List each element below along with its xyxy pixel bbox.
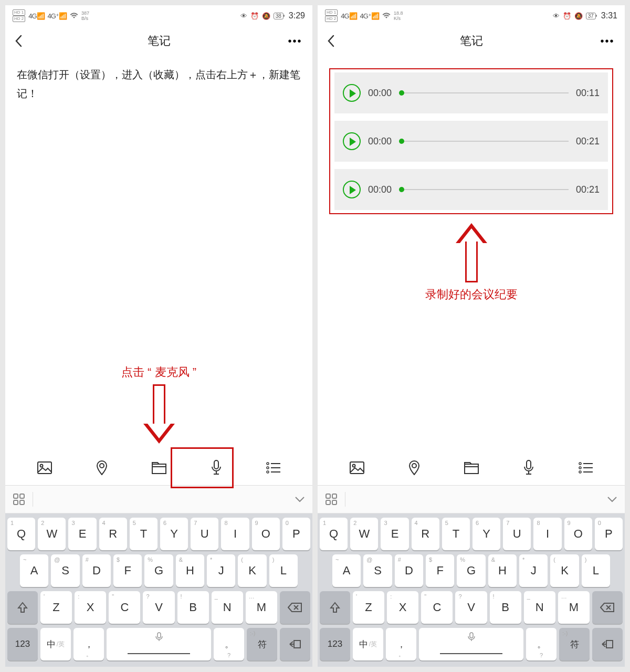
keyboard: 1Q2W3E4R5T6Y7U8I9O0P~A@S#D$F%G&H*J(K)L'Z… bbox=[318, 513, 625, 667]
play-icon[interactable] bbox=[343, 84, 361, 102]
key-I[interactable]: 8I bbox=[221, 518, 249, 550]
period-key[interactable]: 。? bbox=[526, 628, 556, 660]
svg-point-30 bbox=[579, 467, 581, 469]
key-I[interactable]: 8I bbox=[533, 518, 561, 550]
image-icon[interactable] bbox=[345, 456, 369, 479]
key-P[interactable]: 0P bbox=[595, 518, 623, 550]
collapse-keyboard-icon[interactable] bbox=[295, 496, 305, 502]
key-D[interactable]: #D bbox=[395, 554, 423, 587]
key-O[interactable]: 9O bbox=[564, 518, 592, 550]
list-icon[interactable] bbox=[574, 456, 597, 479]
enter-key[interactable] bbox=[280, 628, 310, 660]
key-N[interactable]: _N bbox=[524, 591, 555, 624]
audio-track[interactable] bbox=[399, 189, 569, 190]
key-K[interactable]: (K bbox=[238, 554, 266, 587]
folder-icon[interactable] bbox=[460, 456, 483, 479]
key-G[interactable]: %G bbox=[144, 554, 173, 587]
backspace-key[interactable] bbox=[280, 591, 310, 624]
key-Y[interactable]: 6Y bbox=[472, 518, 500, 550]
key-N[interactable]: _N bbox=[212, 591, 243, 624]
more-button[interactable]: ••• bbox=[287, 35, 303, 47]
audio-track[interactable] bbox=[399, 92, 569, 93]
key-W[interactable]: 2W bbox=[350, 518, 378, 550]
key-B[interactable]: !B bbox=[177, 591, 209, 624]
key-M[interactable]: …M bbox=[558, 591, 590, 624]
key-Z[interactable]: 'Z bbox=[353, 591, 384, 624]
back-button[interactable] bbox=[327, 35, 343, 47]
key-A[interactable]: ~A bbox=[332, 554, 361, 587]
microphone-icon[interactable] bbox=[517, 456, 540, 479]
list-icon[interactable] bbox=[262, 456, 285, 479]
play-icon[interactable] bbox=[343, 181, 361, 198]
more-button[interactable]: ••• bbox=[600, 35, 615, 47]
key-A[interactable]: ~A bbox=[20, 554, 48, 587]
key-Q[interactable]: 1Q bbox=[7, 518, 35, 550]
key-Y[interactable]: 6Y bbox=[160, 518, 188, 550]
numeric-key[interactable]: 123 bbox=[7, 628, 38, 660]
key-R[interactable]: 4R bbox=[99, 518, 127, 550]
play-icon[interactable] bbox=[343, 132, 361, 150]
symbol-key[interactable]: :-)符 bbox=[247, 628, 277, 660]
key-U[interactable]: 7U bbox=[191, 518, 218, 550]
key-H[interactable]: &H bbox=[488, 554, 517, 587]
key-L[interactable]: )L bbox=[582, 554, 610, 587]
enter-key[interactable] bbox=[592, 628, 623, 660]
backspace-key[interactable] bbox=[592, 591, 623, 624]
key-Q[interactable]: 1Q bbox=[320, 518, 348, 550]
comma-key[interactable]: ，。 bbox=[74, 628, 104, 660]
folder-icon[interactable] bbox=[148, 456, 171, 479]
back-button[interactable] bbox=[15, 35, 30, 47]
key-Z[interactable]: 'Z bbox=[40, 591, 72, 624]
symbol-key[interactable]: :-)符 bbox=[559, 628, 590, 660]
key-F[interactable]: $F bbox=[113, 554, 142, 587]
key-K[interactable]: (K bbox=[550, 554, 579, 587]
key-J[interactable]: *J bbox=[207, 554, 235, 587]
key-S[interactable]: @S bbox=[363, 554, 392, 587]
key-D[interactable]: #D bbox=[82, 554, 111, 587]
period-key[interactable]: 。? bbox=[214, 628, 244, 660]
key-V[interactable]: ?V bbox=[143, 591, 174, 624]
key-E[interactable]: 3E bbox=[68, 518, 96, 550]
shift-key[interactable] bbox=[320, 591, 350, 624]
key-E[interactable]: 3E bbox=[381, 518, 408, 550]
key-S[interactable]: @S bbox=[51, 554, 79, 587]
key-T[interactable]: 5T bbox=[442, 518, 470, 550]
key-R[interactable]: 4R bbox=[412, 518, 439, 550]
language-key[interactable]: 中/英 bbox=[353, 628, 383, 660]
numeric-key[interactable]: 123 bbox=[320, 628, 350, 660]
space-key[interactable] bbox=[107, 628, 211, 660]
key-C[interactable]: "C bbox=[109, 591, 140, 624]
apps-icon[interactable] bbox=[325, 493, 338, 506]
key-X[interactable]: :X bbox=[387, 591, 418, 624]
key-F[interactable]: $F bbox=[426, 554, 454, 587]
shift-key[interactable] bbox=[7, 591, 38, 624]
audio-clip[interactable]: 00:0000:11 bbox=[334, 72, 608, 113]
apps-icon[interactable] bbox=[13, 493, 25, 506]
key-J[interactable]: *J bbox=[519, 554, 548, 587]
comma-key[interactable]: ，。 bbox=[386, 628, 416, 660]
key-U[interactable]: 7U bbox=[503, 518, 531, 550]
key-V[interactable]: ?V bbox=[455, 591, 487, 624]
language-key[interactable]: 中/英 bbox=[40, 628, 71, 660]
key-L[interactable]: )L bbox=[269, 554, 298, 587]
note-toolbar bbox=[318, 450, 625, 485]
location-icon[interactable] bbox=[403, 456, 426, 479]
location-icon[interactable] bbox=[90, 456, 113, 479]
audio-clip[interactable]: 00:0000:21 bbox=[334, 169, 608, 210]
note-body[interactable]: 在微信打开（设置），进入（收藏），点击右上方＋，新建笔记！ bbox=[17, 65, 301, 103]
key-O[interactable]: 9O bbox=[252, 518, 280, 550]
key-C[interactable]: "C bbox=[421, 591, 453, 624]
key-T[interactable]: 5T bbox=[130, 518, 158, 550]
key-W[interactable]: 2W bbox=[38, 518, 66, 550]
key-P[interactable]: 0P bbox=[282, 518, 310, 550]
image-icon[interactable] bbox=[33, 456, 56, 479]
key-B[interactable]: !B bbox=[490, 591, 521, 624]
key-M[interactable]: …M bbox=[246, 591, 277, 624]
collapse-keyboard-icon[interactable] bbox=[607, 496, 617, 502]
space-key[interactable] bbox=[419, 628, 523, 660]
key-X[interactable]: :X bbox=[75, 591, 106, 624]
audio-track[interactable] bbox=[399, 141, 569, 142]
audio-clip[interactable]: 00:0000:21 bbox=[334, 121, 608, 162]
key-G[interactable]: %G bbox=[457, 554, 485, 587]
key-H[interactable]: &H bbox=[176, 554, 204, 587]
